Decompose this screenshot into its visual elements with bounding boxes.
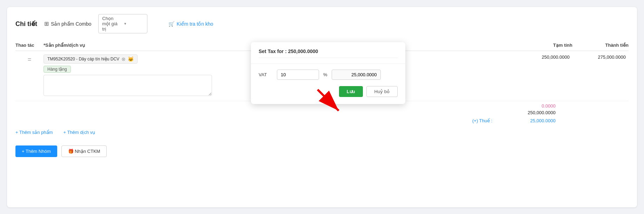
vat-input[interactable] <box>277 70 319 80</box>
header-row: Chi tiết ⊞ Sản phẩm Combo Chọn một giá t… <box>15 14 629 33</box>
hang-tang-badge: Hàng tặng <box>44 66 71 73</box>
col-tam-tinh: Tạm tính <box>516 43 572 48</box>
bottom-actions: + Thêm Nhóm 🎁 Nhận CTKM <box>15 145 629 157</box>
add-product-button[interactable]: + Thêm sản phẩm <box>15 130 53 135</box>
popup-actions: Lưu Huỷ bỏ <box>259 86 398 97</box>
product-tag: TM952K20520 - Dây cáp tín hiệu DCV ⊗ 🐱 <box>44 54 138 64</box>
save-button[interactable]: Lưu <box>339 86 363 97</box>
thue-label[interactable]: (+) Thuế : <box>472 118 492 123</box>
popup-title: Set Tax for : 250,000.0000 <box>259 48 398 58</box>
vat-result-input[interactable] <box>332 70 381 80</box>
popup-overlay: Set Tax for : 250,000.0000 VAT % Lưu Huỷ… <box>251 42 405 104</box>
section-title: Chi tiết <box>15 20 37 28</box>
row-handle: = <box>15 54 44 63</box>
summary-row: (+) Thuế : 25,000.0000 <box>15 118 629 123</box>
product-code-label: TM952K20520 - Dây cáp tín hiệu DCV <box>47 57 119 61</box>
col-thanh-tien: Thành tiền <box>572 43 629 48</box>
col-thao-tac: Thao tác <box>15 43 44 48</box>
cancel-button[interactable]: Huỷ bỏ <box>366 86 398 97</box>
popup-vat-row: VAT % <box>259 70 398 80</box>
combo-icon: ⊞ <box>44 20 49 27</box>
combo-select-dropdown[interactable]: Chọn một giá trị ▾ <box>98 14 147 33</box>
value-pink-1: 0.0000 <box>506 103 556 109</box>
combo-label-group: ⊞ Sản phẩm Combo <box>44 20 91 27</box>
combo-select-value: Chọn một giá trị <box>102 16 121 32</box>
vat-label: VAT <box>259 72 273 77</box>
percent-symbol: % <box>323 72 327 77</box>
kiem-tra-label: Kiểm tra tồn kho <box>177 21 213 27</box>
add-service-button[interactable]: + Thêm dịch vụ <box>63 130 95 135</box>
tam-tinh-value: 250,000.0000 <box>516 54 572 60</box>
thue-value: 25,000.0000 <box>506 118 556 123</box>
combo-text: Sản phẩm Combo <box>51 21 91 27</box>
close-icon[interactable]: ⊗ <box>121 56 126 62</box>
kiem-tra-link[interactable]: 🛒 Kiểm tra tồn kho <box>168 21 213 27</box>
expand-icon[interactable]: 🐱 <box>128 56 134 62</box>
chevron-down-icon: ▾ <box>124 21 144 26</box>
cart-icon: 🛒 <box>168 21 174 27</box>
nhan-ctkm-button[interactable]: 🎁 Nhận CTKM <box>61 145 107 157</box>
them-nhom-button[interactable]: + Thêm Nhóm <box>15 145 57 157</box>
page-container: Chi tiết ⊞ Sản phẩm Combo Chọn một giá t… <box>7 7 637 207</box>
note-textarea[interactable] <box>44 75 212 96</box>
value-gray-1: 250,000.0000 <box>506 110 556 115</box>
add-row: + Thêm sản phẩm + Thêm dịch vụ <box>15 130 629 135</box>
popup-box: Set Tax for : 250,000.0000 VAT % Lưu Huỷ… <box>251 42 405 104</box>
thanh-tien-value: 275,000.0000 <box>572 54 629 60</box>
